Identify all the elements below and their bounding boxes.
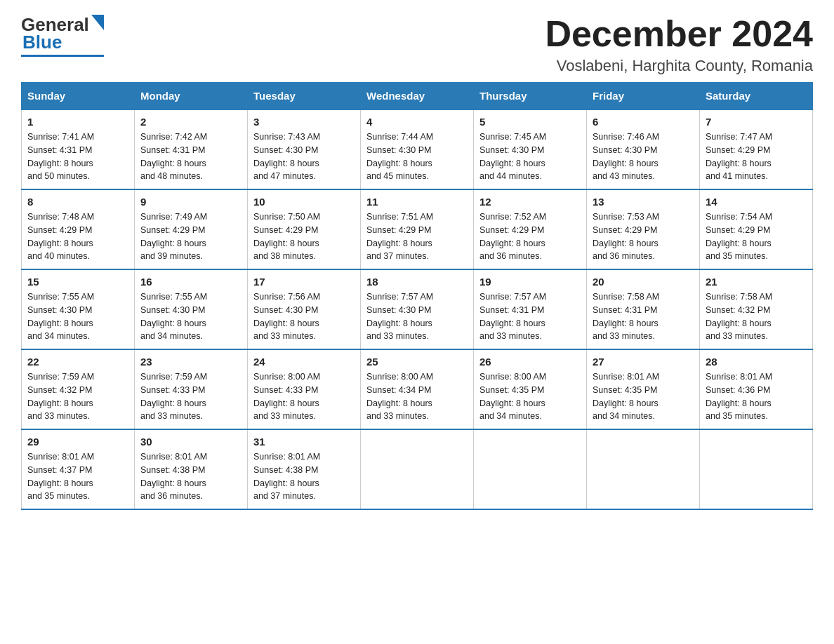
day-info: Sunrise: 8:00 AMSunset: 4:33 PMDaylight:…: [253, 370, 355, 423]
calendar-cell: 23Sunrise: 7:59 AMSunset: 4:33 PMDayligh…: [135, 349, 248, 429]
calendar-cell: [474, 429, 587, 509]
day-info: Sunrise: 8:01 AMSunset: 4:35 PMDaylight:…: [593, 370, 694, 423]
day-number: 23: [140, 356, 241, 368]
day-info: Sunrise: 7:57 AMSunset: 4:31 PMDaylight:…: [479, 290, 581, 343]
calendar-cell: 1Sunrise: 7:41 AMSunset: 4:31 PMDaylight…: [22, 109, 135, 189]
day-number: 7: [706, 116, 807, 128]
day-info: Sunrise: 7:43 AMSunset: 4:30 PMDaylight:…: [253, 130, 355, 183]
calendar-cell: [361, 429, 474, 509]
calendar-cell: 17Sunrise: 7:56 AMSunset: 4:30 PMDayligh…: [248, 269, 361, 349]
day-number: 15: [27, 276, 128, 288]
weekday-header-tuesday: Tuesday: [248, 83, 361, 110]
calendar-cell: 24Sunrise: 8:00 AMSunset: 4:33 PMDayligh…: [248, 349, 361, 429]
day-info: Sunrise: 7:41 AMSunset: 4:31 PMDaylight:…: [27, 130, 128, 183]
day-number: 25: [366, 356, 468, 368]
calendar-cell: 26Sunrise: 8:00 AMSunset: 4:35 PMDayligh…: [474, 349, 587, 429]
day-info: Sunrise: 7:55 AMSunset: 4:30 PMDaylight:…: [140, 290, 241, 343]
calendar-cell: 30Sunrise: 8:01 AMSunset: 4:38 PMDayligh…: [135, 429, 248, 509]
calendar-cell: 5Sunrise: 7:45 AMSunset: 4:30 PMDaylight…: [474, 109, 587, 189]
day-info: Sunrise: 8:01 AMSunset: 4:36 PMDaylight:…: [706, 370, 807, 423]
calendar-cell: 12Sunrise: 7:52 AMSunset: 4:29 PMDayligh…: [474, 189, 587, 269]
day-number: 13: [593, 196, 694, 208]
day-info: Sunrise: 7:49 AMSunset: 4:29 PMDaylight:…: [140, 210, 241, 263]
day-info: Sunrise: 7:59 AMSunset: 4:32 PMDaylight:…: [27, 370, 128, 423]
day-info: Sunrise: 7:51 AMSunset: 4:29 PMDaylight:…: [366, 210, 468, 263]
day-number: 10: [253, 196, 355, 208]
page-header: General Blue December 2024 Voslabeni, Ha…: [21, 14, 813, 75]
day-info: Sunrise: 7:59 AMSunset: 4:33 PMDaylight:…: [140, 370, 241, 423]
logo-underline: [21, 55, 104, 57]
calendar-cell: 28Sunrise: 8:01 AMSunset: 4:36 PMDayligh…: [700, 349, 813, 429]
logo: General Blue: [21, 14, 104, 57]
day-number: 1: [27, 116, 128, 128]
day-number: 12: [479, 196, 581, 208]
weekday-header-row: SundayMondayTuesdayWednesdayThursdayFrid…: [22, 83, 813, 110]
calendar-week-row: 29Sunrise: 8:01 AMSunset: 4:37 PMDayligh…: [22, 429, 813, 509]
logo-blue-text: Blue: [22, 32, 62, 53]
calendar-week-row: 8Sunrise: 7:48 AMSunset: 4:29 PMDaylight…: [22, 189, 813, 269]
calendar-cell: [587, 429, 700, 509]
weekday-header-monday: Monday: [135, 83, 248, 110]
day-number: 29: [27, 436, 128, 448]
calendar-cell: 2Sunrise: 7:42 AMSunset: 4:31 PMDaylight…: [135, 109, 248, 189]
day-number: 19: [479, 276, 581, 288]
calendar-cell: 22Sunrise: 7:59 AMSunset: 4:32 PMDayligh…: [22, 349, 135, 429]
calendar-cell: 14Sunrise: 7:54 AMSunset: 4:29 PMDayligh…: [700, 189, 813, 269]
day-info: Sunrise: 7:50 AMSunset: 4:29 PMDaylight:…: [253, 210, 355, 263]
day-number: 30: [140, 436, 241, 448]
calendar-cell: 25Sunrise: 8:00 AMSunset: 4:34 PMDayligh…: [361, 349, 474, 429]
day-number: 27: [593, 356, 694, 368]
day-info: Sunrise: 8:01 AMSunset: 4:38 PMDaylight:…: [253, 450, 355, 503]
calendar-cell: 6Sunrise: 7:46 AMSunset: 4:30 PMDaylight…: [587, 109, 700, 189]
weekday-header-friday: Friday: [587, 83, 700, 110]
calendar-cell: 4Sunrise: 7:44 AMSunset: 4:30 PMDaylight…: [361, 109, 474, 189]
day-info: Sunrise: 7:46 AMSunset: 4:30 PMDaylight:…: [593, 130, 694, 183]
day-number: 17: [253, 276, 355, 288]
day-info: Sunrise: 8:00 AMSunset: 4:34 PMDaylight:…: [366, 370, 468, 423]
day-number: 3: [253, 116, 355, 128]
title-block: December 2024 Voslabeni, Harghita County…: [545, 14, 813, 75]
day-info: Sunrise: 7:42 AMSunset: 4:31 PMDaylight:…: [140, 130, 241, 183]
day-info: Sunrise: 7:52 AMSunset: 4:29 PMDaylight:…: [479, 210, 581, 263]
day-info: Sunrise: 7:45 AMSunset: 4:30 PMDaylight:…: [479, 130, 581, 183]
day-number: 6: [593, 116, 694, 128]
calendar-cell: 21Sunrise: 7:58 AMSunset: 4:32 PMDayligh…: [700, 269, 813, 349]
calendar-cell: 9Sunrise: 7:49 AMSunset: 4:29 PMDaylight…: [135, 189, 248, 269]
day-number: 8: [27, 196, 128, 208]
calendar-table: SundayMondayTuesdayWednesdayThursdayFrid…: [21, 82, 813, 510]
day-number: 20: [593, 276, 694, 288]
calendar-cell: 19Sunrise: 7:57 AMSunset: 4:31 PMDayligh…: [474, 269, 587, 349]
day-info: Sunrise: 7:58 AMSunset: 4:32 PMDaylight:…: [706, 290, 807, 343]
day-number: 5: [479, 116, 581, 128]
day-info: Sunrise: 7:56 AMSunset: 4:30 PMDaylight:…: [253, 290, 355, 343]
day-number: 9: [140, 196, 241, 208]
day-number: 22: [27, 356, 128, 368]
calendar-cell: 8Sunrise: 7:48 AMSunset: 4:29 PMDaylight…: [22, 189, 135, 269]
day-number: 28: [706, 356, 807, 368]
day-info: Sunrise: 7:48 AMSunset: 4:29 PMDaylight:…: [27, 210, 128, 263]
day-number: 31: [253, 436, 355, 448]
calendar-week-row: 1Sunrise: 7:41 AMSunset: 4:31 PMDaylight…: [22, 109, 813, 189]
day-info: Sunrise: 7:47 AMSunset: 4:29 PMDaylight:…: [706, 130, 807, 183]
day-number: 14: [706, 196, 807, 208]
day-number: 2: [140, 116, 241, 128]
month-title: December 2024: [545, 14, 813, 54]
weekday-header-thursday: Thursday: [474, 83, 587, 110]
calendar-cell: 3Sunrise: 7:43 AMSunset: 4:30 PMDaylight…: [248, 109, 361, 189]
weekday-header-sunday: Sunday: [22, 83, 135, 110]
day-info: Sunrise: 7:57 AMSunset: 4:30 PMDaylight:…: [366, 290, 468, 343]
calendar-cell: 13Sunrise: 7:53 AMSunset: 4:29 PMDayligh…: [587, 189, 700, 269]
calendar-week-row: 22Sunrise: 7:59 AMSunset: 4:32 PMDayligh…: [22, 349, 813, 429]
day-info: Sunrise: 8:01 AMSunset: 4:38 PMDaylight:…: [140, 450, 241, 503]
calendar-cell: 7Sunrise: 7:47 AMSunset: 4:29 PMDaylight…: [700, 109, 813, 189]
day-info: Sunrise: 7:44 AMSunset: 4:30 PMDaylight:…: [366, 130, 468, 183]
calendar-cell: [700, 429, 813, 509]
day-info: Sunrise: 7:58 AMSunset: 4:31 PMDaylight:…: [593, 290, 694, 343]
calendar-cell: 10Sunrise: 7:50 AMSunset: 4:29 PMDayligh…: [248, 189, 361, 269]
calendar-cell: 31Sunrise: 8:01 AMSunset: 4:38 PMDayligh…: [248, 429, 361, 509]
calendar-cell: 29Sunrise: 8:01 AMSunset: 4:37 PMDayligh…: [22, 429, 135, 509]
calendar-cell: 20Sunrise: 7:58 AMSunset: 4:31 PMDayligh…: [587, 269, 700, 349]
calendar-cell: 11Sunrise: 7:51 AMSunset: 4:29 PMDayligh…: [361, 189, 474, 269]
calendar-cell: 15Sunrise: 7:55 AMSunset: 4:30 PMDayligh…: [22, 269, 135, 349]
day-number: 24: [253, 356, 355, 368]
